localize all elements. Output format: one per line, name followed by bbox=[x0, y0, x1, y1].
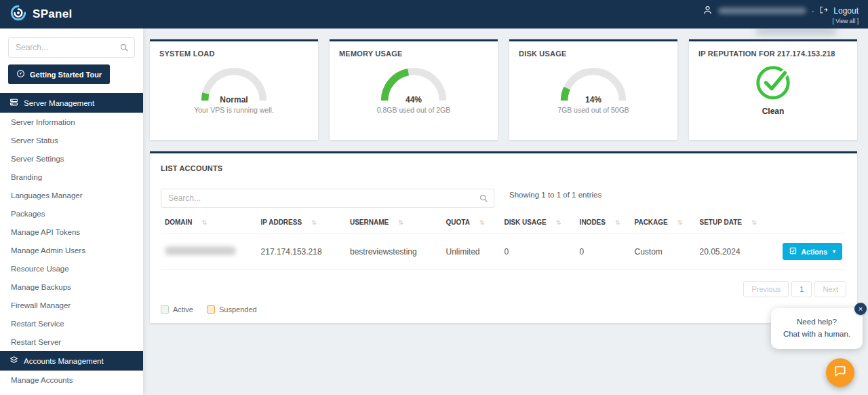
user-icon bbox=[703, 5, 713, 17]
separator: - bbox=[812, 7, 814, 15]
sidebar-item-server-information[interactable]: Server Information bbox=[0, 113, 143, 131]
legend-active: Active bbox=[161, 305, 193, 314]
disk-usage-card: DISK USAGE 14% 7GB used out of 50GB bbox=[509, 39, 677, 140]
col-ip-address[interactable]: IP ADDRESS⇅ bbox=[257, 210, 346, 233]
main-content: SYSTEM LOAD Normal Your VPS is running w… bbox=[143, 29, 868, 395]
sidebar-item-restart-service[interactable]: Restart Service bbox=[0, 314, 143, 333]
sidebar-item-manage-backups[interactable]: Manage Backups bbox=[0, 278, 143, 296]
col-package[interactable]: PACKAGE⇅ bbox=[630, 210, 695, 233]
sidebar-item-manage-api-tokens[interactable]: Manage API Tokens bbox=[0, 223, 143, 241]
legend-suspended: Suspended bbox=[207, 305, 257, 314]
sidebar-section-accounts-management[interactable]: Accounts Management bbox=[0, 351, 143, 371]
view-all-link[interactable]: [ View all ] bbox=[832, 18, 859, 24]
list-accounts-title: LIST ACCOUNTS bbox=[161, 164, 846, 172]
server-icon bbox=[9, 98, 18, 108]
sidebar-item-server-status[interactable]: Server Status bbox=[0, 131, 143, 149]
section-label: Accounts Management bbox=[24, 357, 104, 365]
ip-reputation-card: IP REPUTATION FOR 217.174.153.218 Clean bbox=[689, 39, 857, 140]
sort-icon[interactable]: ⇅ bbox=[615, 219, 620, 226]
check-square-icon bbox=[789, 247, 797, 256]
sort-icon[interactable]: ⇅ bbox=[479, 219, 485, 226]
legend-suspended-label: Suspended bbox=[219, 305, 257, 314]
cell-username: bestreviewstesting bbox=[346, 233, 442, 270]
system-load-card: SYSTEM LOAD Normal Your VPS is running w… bbox=[150, 39, 318, 140]
cell-quota: Unlimited bbox=[441, 233, 500, 270]
sidebar-item-manage-accounts[interactable]: Manage Accounts bbox=[0, 371, 143, 389]
memory-usage-gauge: 44% bbox=[374, 62, 453, 104]
section-label: Server Management bbox=[24, 99, 94, 107]
actions-label: Actions bbox=[801, 248, 827, 256]
sidebar-item-firewall-manager[interactable]: Firewall Manager bbox=[0, 296, 143, 314]
table-row: 217.174.153.218 bestreviewstesting Unlim… bbox=[161, 233, 846, 270]
col-quota[interactable]: QUOTA⇅ bbox=[441, 210, 500, 233]
system-load-value: Normal bbox=[195, 95, 273, 105]
pagination-previous-button[interactable]: Previous bbox=[743, 281, 789, 297]
brand[interactable]: SPanel bbox=[9, 4, 73, 24]
username-redacted bbox=[718, 7, 806, 14]
card-title: IP REPUTATION FOR 217.174.153.218 bbox=[698, 50, 848, 58]
logout-link[interactable]: Logout bbox=[833, 6, 859, 16]
accounts-table: DOMAIN⇅ IP ADDRESS⇅ USERNAME⇅ QUOTA⇅ DIS… bbox=[161, 210, 846, 270]
sidebar: Getting Started Tour Server Management S… bbox=[0, 29, 143, 395]
sidebar-item-packages[interactable]: Packages bbox=[0, 204, 143, 223]
sidebar-item-server-settings[interactable]: Server Settings bbox=[0, 149, 143, 168]
pagination-page-1-button[interactable]: 1 bbox=[791, 281, 812, 297]
disk-usage-sub: 7GB used out of 50GB bbox=[519, 106, 668, 114]
sidebar-item-restart-server[interactable]: Restart Server bbox=[0, 333, 143, 351]
search-icon[interactable] bbox=[119, 43, 129, 55]
list-accounts-card: LIST ACCOUNTS Showing 1 to 1 of 1 entrie… bbox=[150, 151, 857, 323]
sidebar-section-server-management[interactable]: Server Management bbox=[0, 93, 143, 113]
memory-usage-card: MEMORY USAGE 44% 0.8GB used out of 2GB bbox=[330, 39, 498, 140]
actions-button[interactable]: Actions ▾ bbox=[783, 243, 842, 260]
card-title: SYSTEM LOAD bbox=[159, 50, 309, 58]
chat-help-bubble[interactable]: × Need help? Chat with a human. bbox=[771, 308, 863, 349]
col-actions bbox=[764, 210, 846, 233]
cell-actions: Actions ▾ bbox=[764, 233, 846, 270]
col-disk-usage[interactable]: DISK USAGE⇅ bbox=[500, 210, 575, 233]
pagination: Previous 1 Next bbox=[161, 281, 846, 297]
sidebar-item-branding[interactable]: Branding bbox=[0, 168, 143, 186]
sidebar-search-input[interactable] bbox=[8, 37, 135, 58]
sidebar-item-manage-admin-users[interactable]: Manage Admin Users bbox=[0, 241, 143, 259]
chevron-down-icon: ▾ bbox=[833, 248, 835, 255]
col-setup-date[interactable]: SETUP DATE⇅ bbox=[696, 210, 764, 233]
system-load-sub: Your VPS is running well. bbox=[159, 106, 309, 114]
chat-line2: Chat with a human. bbox=[783, 328, 850, 341]
sort-icon[interactable]: ⇅ bbox=[751, 219, 757, 226]
cell-setup-date: 20.05.2024 bbox=[696, 233, 764, 270]
sidebar-item-resource-usage[interactable]: Resource Usage bbox=[0, 259, 143, 278]
ip-reputation-status: Clean bbox=[698, 107, 848, 116]
showing-entries-text: Showing 1 to 1 of 1 entries bbox=[509, 189, 601, 208]
sidebar-item-languages-manager[interactable]: Languages Manager bbox=[0, 186, 143, 204]
sidebar-item-create-a-new-account[interactable]: Create a New Account bbox=[0, 389, 143, 395]
chat-launcher-button[interactable] bbox=[826, 358, 854, 387]
accounts-search-input[interactable] bbox=[161, 189, 494, 208]
getting-started-tour-button[interactable]: Getting Started Tour bbox=[8, 64, 110, 84]
cell-disk-usage: 0 bbox=[500, 233, 575, 270]
card-title: MEMORY USAGE bbox=[339, 50, 488, 58]
memory-usage-value: 44% bbox=[374, 95, 453, 105]
disk-usage-value: 14% bbox=[554, 95, 633, 105]
sort-icon[interactable]: ⇅ bbox=[556, 219, 561, 226]
brand-name: SPanel bbox=[33, 7, 73, 21]
topbar: SPanel - Logout [ View all ] bbox=[0, 0, 868, 29]
domain-redacted bbox=[165, 246, 236, 255]
search-icon[interactable] bbox=[479, 193, 488, 206]
sort-icon[interactable]: ⇅ bbox=[677, 219, 683, 226]
logout-icon bbox=[819, 5, 828, 16]
sort-icon[interactable]: ⇅ bbox=[311, 219, 317, 226]
disk-usage-gauge: 14% bbox=[554, 62, 633, 104]
col-domain[interactable]: DOMAIN⇅ bbox=[161, 210, 257, 233]
col-inodes[interactable]: INODES⇅ bbox=[576, 210, 631, 233]
sort-icon[interactable]: ⇅ bbox=[202, 219, 208, 226]
sidebar-search bbox=[8, 37, 135, 58]
active-status-swatch bbox=[161, 305, 169, 314]
chat-widget: × Need help? Chat with a human. bbox=[771, 308, 863, 387]
sort-icon[interactable]: ⇅ bbox=[398, 219, 403, 226]
cell-package: Custom bbox=[630, 233, 695, 270]
card-title: DISK USAGE bbox=[519, 50, 668, 58]
cell-domain bbox=[161, 233, 257, 270]
col-username[interactable]: USERNAME⇅ bbox=[346, 210, 442, 233]
system-load-gauge: Normal bbox=[195, 62, 273, 104]
pagination-next-button[interactable]: Next bbox=[814, 281, 846, 297]
